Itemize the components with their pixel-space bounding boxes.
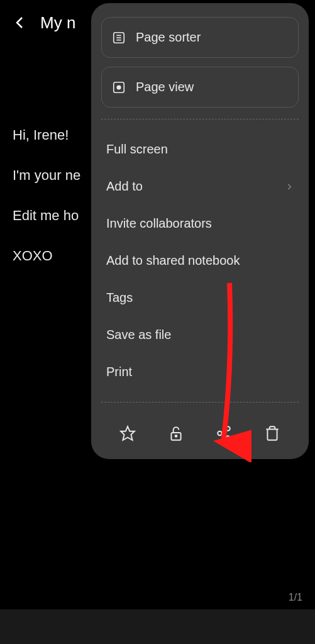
star-icon[interactable]: [119, 425, 136, 441]
svg-point-10: [218, 431, 223, 436]
menu-card-label: Page view: [136, 80, 194, 94]
menu-item-label: Tags: [106, 291, 133, 305]
menu-card-label: Page sorter: [136, 30, 201, 45]
svg-point-5: [117, 86, 121, 89]
menu-item-label: Save as file: [106, 328, 171, 342]
svg-point-8: [175, 435, 177, 437]
svg-point-9: [226, 426, 231, 431]
svg-line-12: [221, 430, 226, 432]
page-view-option[interactable]: Page view: [101, 67, 299, 108]
tags-option[interactable]: Tags: [91, 279, 309, 316]
page-sorter-option[interactable]: Page sorter: [101, 17, 299, 58]
menu-item-label: Add to: [106, 179, 143, 194]
trash-icon[interactable]: [264, 425, 280, 441]
unlock-icon[interactable]: [168, 425, 184, 441]
add-shared-notebook-option[interactable]: Add to shared notebook: [91, 242, 309, 279]
menu-item-label: Print: [106, 365, 132, 379]
page-indicator: 1/1: [289, 592, 302, 603]
page-view-icon: [112, 80, 126, 94]
svg-line-13: [221, 435, 226, 437]
page-sorter-icon: [112, 31, 126, 45]
page-title: My n: [40, 13, 75, 33]
full-screen-option[interactable]: Full screen: [91, 131, 309, 168]
svg-marker-6: [121, 426, 135, 440]
divider: [101, 402, 299, 402]
menu-item-label: Invite collaborators: [106, 216, 212, 231]
bottom-toolbar: [0, 609, 315, 644]
menu-footer: [91, 414, 309, 447]
invite-collaborators-option[interactable]: Invite collaborators: [91, 205, 309, 242]
save-as-file-option[interactable]: Save as file: [91, 316, 309, 353]
print-option[interactable]: Print: [91, 353, 309, 391]
menu-item-label: Add to shared notebook: [106, 253, 240, 268]
options-menu: Page sorter Page view Full screen Add to…: [91, 3, 309, 459]
chevron-right-icon: [285, 182, 294, 191]
share-icon[interactable]: [216, 425, 232, 441]
add-to-option[interactable]: Add to: [91, 168, 309, 205]
back-button[interactable]: [13, 15, 28, 30]
menu-item-label: Full screen: [106, 142, 168, 157]
svg-point-11: [226, 436, 231, 440]
divider: [101, 119, 299, 119]
